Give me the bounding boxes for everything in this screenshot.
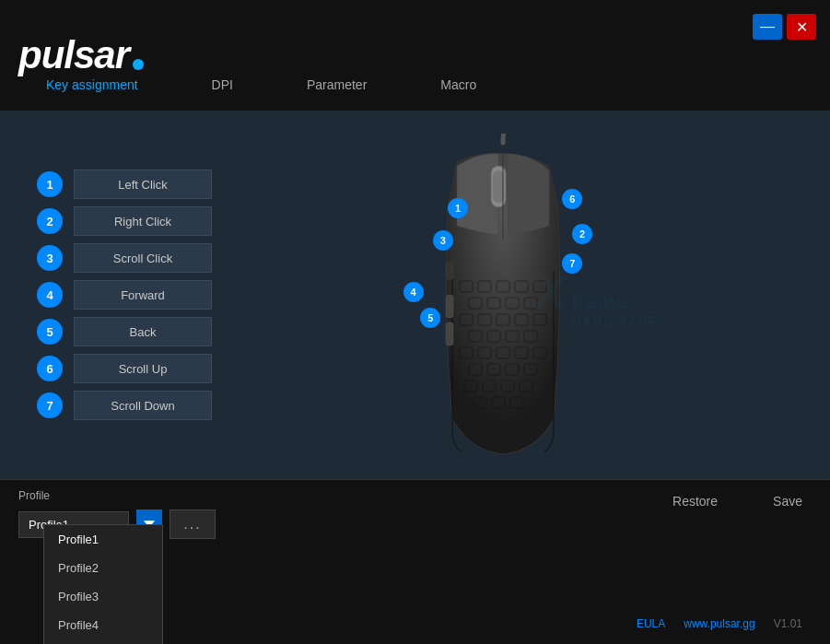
close-button[interactable]: ✕ [787,14,816,40]
navigation: Key assignment DPI Parameter Macro [46,77,476,92]
button-label-4[interactable]: Forward [74,280,212,310]
mouse-badge-7: 7 [562,253,582,274]
minimize-button[interactable]: — [753,14,782,40]
eula-link[interactable]: EULA [637,617,665,630]
button-number-6: 6 [37,356,63,381]
version-label: V1.01 [774,617,802,630]
logo-text: pulsar [18,33,129,77]
mouse-badge-6: 6 [562,189,582,209]
mouse-area: X treme HARDWARE [212,134,793,456]
window-controls: — ✕ [753,14,816,40]
button-number-2: 2 [37,208,63,234]
button-number-4: 4 [37,282,63,308]
profile-option-2[interactable]: Profile2 [44,554,162,582]
button-row-4: 4 Forward [37,280,212,310]
mouse-badge-2: 2 [572,224,592,244]
logo: pulsar [18,33,144,77]
button-label-3[interactable]: Scroll Click [74,243,212,273]
nav-macro[interactable]: Macro [440,77,476,92]
mouse-badge-3: 3 [433,230,453,251]
button-number-1: 1 [37,171,63,197]
button-label-7[interactable]: Scroll Down [74,391,212,420]
button-row-3: 3 Scroll Click [37,243,212,273]
bottom-panel: Profile Profile1 ... Profile1 Profile2 P… [0,479,830,644]
profile-options-button[interactable]: ... [170,509,216,539]
button-row-7: 7 Scroll Down [37,391,212,420]
bottom-right: Restore Save [672,494,802,509]
profile-option-4[interactable]: Profile4 [44,611,162,639]
svg-rect-42 [446,263,453,279]
button-row-2: 2 Right Click [37,206,212,236]
mouse-image: 1 2 3 6 7 4 5 [379,134,627,456]
save-button[interactable]: Save [773,494,802,509]
nav-parameter[interactable]: Parameter [307,77,367,92]
svg-rect-4 [493,170,504,203]
button-list: 1 Left Click 2 Right Click 3 Scroll Clic… [37,170,212,420]
header: pulsar Key assignment DPI Parameter Macr… [0,0,830,111]
main-content: 1 Left Click 2 Right Click 3 Scroll Clic… [0,111,830,479]
button-label-5[interactable]: Back [74,317,212,346]
svg-rect-40 [446,295,453,318]
profile-option-1[interactable]: Profile1 [44,525,162,554]
restore-button[interactable]: Restore [672,494,718,509]
profile-popup: Profile1 Profile2 Profile3 Profile4 Prof… [43,524,163,644]
button-row-6: 6 Scroll Up [37,354,212,383]
button-row-1: 1 Left Click [37,170,212,199]
nav-key-assignment[interactable]: Key assignment [46,77,138,92]
website-link[interactable]: www.pulsar.gg [684,617,754,630]
button-number-3: 3 [37,245,63,271]
mouse-badge-4: 4 [403,282,424,302]
button-row-5: 5 Back [37,317,212,346]
mouse-badge-1: 1 [448,198,468,218]
button-number-5: 5 [37,319,63,345]
button-label-2[interactable]: Right Click [74,206,212,236]
profile-option-3[interactable]: Profile3 [44,582,162,611]
svg-rect-41 [446,322,453,345]
bottom-footer: EULA www.pulsar.gg V1.01 [637,617,802,630]
nav-dpi[interactable]: DPI [212,77,233,92]
button-number-7: 7 [37,392,63,418]
button-label-1[interactable]: Left Click [74,170,212,199]
profile-option-5[interactable]: Profile5 [44,639,162,644]
logo-accent [133,59,144,70]
button-label-6[interactable]: Scroll Up [74,354,212,383]
